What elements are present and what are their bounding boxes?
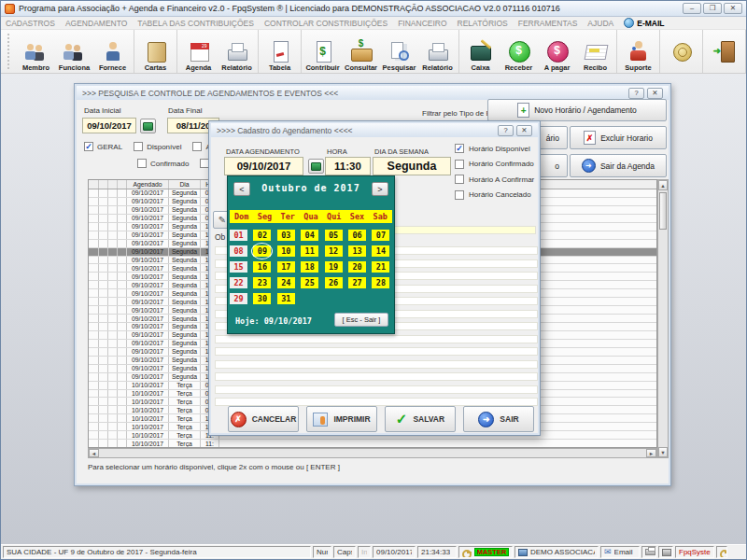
menu-item-tabela-das-contribuicoes[interactable]: TABELA DAS CONTRIBUIÇÕES	[137, 19, 254, 28]
calendar-esc-button[interactable]: [ Esc - Sair ]	[334, 313, 388, 327]
imprimir-button[interactable]: IMPRIMIR	[306, 406, 377, 432]
calendar-day-28[interactable]: 28	[372, 277, 389, 288]
toolbar-button-fornece[interactable]: Fornece	[93, 30, 132, 73]
horizontal-scrollbar[interactable]: ◄ ►	[88, 448, 657, 458]
excluir-horario-button[interactable]: ✗ Excluir Horario	[570, 126, 667, 149]
calendar-day-25[interactable]: 25	[301, 277, 318, 288]
checkbox-horario-a-confirmar[interactable]: Horário A Confirmar	[455, 175, 534, 184]
cancelar-button[interactable]: ✗CANCELAR	[228, 406, 299, 432]
toolbar-button-relatorio[interactable]: Relatório	[218, 30, 256, 73]
toolbar-button-receber[interactable]: Receber	[500, 30, 538, 73]
calendar-day-06[interactable]: 06	[348, 230, 366, 241]
menu-item-ferramentas[interactable]: FERRAMENTAS	[518, 19, 578, 28]
toolbar-button-consultar[interactable]: Consultar	[342, 30, 380, 73]
calendar-day-05[interactable]: 05	[325, 230, 343, 241]
menu-item-controlar-constribuicoes[interactable]: CONTROLAR CONSTRIBUIÇÕES	[264, 19, 388, 28]
help-icon[interactable]: ?	[628, 88, 644, 99]
toolbar-button-funciona[interactable]: Funciona	[55, 30, 93, 73]
checkbox-horario-disponivel[interactable]: ✓Horário Disponível	[455, 144, 534, 153]
checkbox-disponivel[interactable]: Disponível	[134, 142, 181, 151]
close-icon[interactable]: ✕	[516, 125, 532, 136]
calendar-day-07[interactable]: 07	[372, 230, 389, 241]
salvar-button[interactable]: ✓SALVAR	[385, 406, 456, 432]
scroll-up-icon[interactable]: ▲	[658, 180, 668, 190]
calendar-day-16[interactable]: 16	[253, 261, 271, 273]
table-row[interactable]: 10/10/2017Terça11:	[89, 440, 656, 448]
calendar-day-31[interactable]: 31	[277, 293, 295, 304]
calendar-day-27[interactable]: 27	[348, 277, 366, 288]
calendar-day-04[interactable]: 04	[301, 230, 318, 241]
calendar-day-29[interactable]: 29	[230, 293, 247, 304]
calendar-day-02[interactable]: 02	[253, 230, 271, 241]
toolbar-button-recibo[interactable]: Recibo	[576, 30, 614, 73]
calendar-day-01[interactable]: 01	[230, 230, 247, 241]
calendar-day-26[interactable]: 26	[325, 277, 343, 288]
menu-item-cadastros[interactable]: CADASTROS	[6, 19, 55, 28]
toolbar-button-agenda[interactable]: Agenda	[179, 30, 218, 73]
sair-button[interactable]: ➜SAIR	[463, 406, 534, 432]
help-icon[interactable]: ?	[498, 125, 514, 136]
calendar-next-button[interactable]: >	[372, 182, 388, 196]
toolbar-button-caixa[interactable]: Caixa	[461, 30, 500, 73]
calendar-day-23[interactable]: 23	[253, 277, 271, 288]
menu-item-agendamento[interactable]: AGENDAMENTO	[65, 19, 127, 28]
calendar-day-17[interactable]: 17	[277, 261, 295, 273]
obs-line[interactable]	[215, 372, 538, 381]
novo-horario-button[interactable]: Novo Horário / Agendamento	[487, 99, 667, 121]
calendar-day-03[interactable]: 03	[277, 230, 295, 241]
calendar-day-22[interactable]: 22	[230, 277, 247, 288]
toolbar-button-a-pagar[interactable]: A pagar	[538, 30, 576, 73]
close-icon[interactable]: ✕	[647, 88, 663, 99]
obs-line[interactable]	[215, 347, 538, 356]
calendar-day-15[interactable]: 15	[230, 261, 247, 273]
minimize-button[interactable]: –	[683, 3, 701, 14]
scroll-left-icon[interactable]: ◄	[89, 449, 99, 457]
calendar-day-12[interactable]: 12	[325, 245, 343, 257]
scroll-down-icon[interactable]: ▼	[658, 447, 668, 457]
restore-button[interactable]: ❐	[703, 3, 722, 14]
vertical-scrollbar[interactable]: ▲ ▼	[657, 179, 669, 458]
calendar-day-09[interactable]: 09	[253, 245, 271, 257]
toolbar-button-cartas[interactable]: Cartas	[136, 30, 175, 73]
calendar-day-19[interactable]: 19	[325, 261, 343, 273]
obs-line[interactable]	[215, 360, 538, 369]
data-inicial-field[interactable]: 09/10/2017	[82, 118, 136, 133]
toolbar-button-tabela[interactable]: Tabela	[261, 30, 299, 73]
calendar-day-11[interactable]: 11	[301, 245, 318, 257]
toolbar-button-membro[interactable]: Membro	[17, 30, 55, 73]
toolbar-button-pesquisar[interactable]: Pesquisar	[380, 30, 418, 73]
toolbar-button-coin[interactable]	[662, 30, 700, 73]
toolbar-button-suporte[interactable]: Suporte	[619, 30, 657, 73]
checkbox-horario-confirmado[interactable]: Horário Confirmado	[455, 160, 534, 169]
obs-line[interactable]	[215, 385, 538, 394]
calendar-day-14[interactable]: 14	[372, 245, 389, 257]
close-button[interactable]: ✕	[724, 3, 742, 14]
toolbar-button-contribuir[interactable]: Contribuir	[303, 30, 342, 73]
scroll-right-icon[interactable]: ►	[646, 449, 656, 457]
menu-item-financeiro[interactable]: FINANCEIRO	[398, 19, 446, 28]
data-inicial-calendar-button[interactable]	[140, 119, 156, 133]
calendar-day-24[interactable]: 24	[277, 277, 295, 288]
obs-line[interactable]	[215, 398, 538, 406]
menu-item-ajuda[interactable]: AJUDA	[587, 19, 613, 28]
date-picker-button[interactable]	[308, 159, 324, 174]
calendar-day-21[interactable]: 21	[372, 261, 389, 273]
hora-field[interactable]: 11:30	[325, 157, 371, 175]
calendar-day-10[interactable]: 10	[277, 245, 295, 257]
obs-line[interactable]	[215, 335, 538, 343]
checkbox-horario-cancelado[interactable]: Horário Cancelado	[455, 190, 534, 200]
toolbar-button-relatorio[interactable]: Relatório	[418, 30, 457, 73]
calendar-day-20[interactable]: 20	[348, 261, 366, 273]
calendar-day-18[interactable]: 18	[301, 261, 318, 273]
data-agendamento-field[interactable]: 09/10/2017	[224, 157, 303, 175]
toolbar-button-exitdoor[interactable]	[705, 30, 743, 73]
checkbox-confirmado[interactable]: Confirmado	[137, 159, 189, 168]
calendar-day-08[interactable]: 08	[230, 245, 247, 257]
calendar-day-13[interactable]: 13	[348, 245, 366, 257]
scrollbar-thumb[interactable]	[659, 192, 667, 230]
checkbox-geral[interactable]: ✓GERAL	[84, 142, 122, 151]
calendar-prev-button[interactable]: <	[233, 182, 250, 196]
menu-item-relatorios[interactable]: RELATÓRIOS	[458, 19, 508, 28]
sair-da-agenda-button[interactable]: ➜ Sair da Agenda	[570, 154, 667, 177]
calendar-day-30[interactable]: 30	[253, 293, 271, 304]
